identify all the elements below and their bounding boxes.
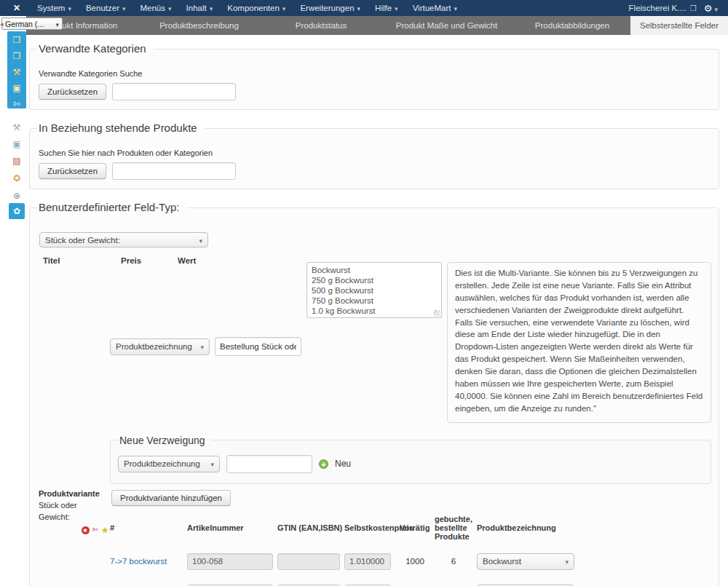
tab-produktabbildungen[interactable]: Produktabbildungen: [514, 16, 630, 35]
menu-hilfe[interactable]: Hilfe: [368, 1, 405, 15]
column-preis: Preis: [121, 256, 178, 265]
chevron-down-icon: [55, 20, 59, 28]
new-branch-add-label[interactable]: Neu: [335, 459, 351, 469]
star-icon[interactable]: ★: [101, 525, 108, 536]
listbox-option[interactable]: 1.0 kg Bockwurst: [312, 306, 437, 316]
related-products-panel: In Beziehung stehende Produkte Suchen Si…: [29, 122, 719, 189]
new-branch-select[interactable]: Produktbezeichnung: [118, 456, 220, 472]
joomla-logo-icon[interactable]: ✕: [0, 3, 31, 13]
image-icon[interactable]: ▣: [9, 137, 25, 151]
new-branch-input[interactable]: [226, 455, 312, 473]
menu-inhalt[interactable]: Inhalt: [180, 1, 220, 15]
listbox-option[interactable]: 750 g Bockwurst: [312, 296, 437, 306]
stock-value: 1000: [400, 557, 430, 566]
related-products-title: In Beziehung stehende Produkte: [37, 122, 205, 135]
menu-system[interactable]: System: [31, 1, 78, 15]
menu-benutzer[interactable]: Benutzer: [79, 1, 132, 15]
navbar-right: Fleischerei K....❐ ⚙: [629, 3, 728, 14]
header-vorraetig: Vorrätig: [400, 523, 430, 532]
tools-icon[interactable]: ⚒: [9, 120, 25, 135]
listbox-option[interactable]: 500 g Bockwurst: [312, 285, 437, 296]
chevron-down-icon: [194, 342, 204, 351]
tab-produkt-masse-gewicht[interactable]: Produkt Maße und Gewicht: [379, 16, 514, 35]
resize-grip-icon[interactable]: [434, 310, 440, 317]
new-branch-title: Neue Verzweigung: [118, 435, 211, 446]
custom-field-title: Benutzerdefinierter Feld-Typ:: [37, 201, 186, 215]
variant-config-row: Produktbezeichnung Bockwurst 250 g Bockw…: [110, 271, 711, 423]
menu-komponenten[interactable]: Komponenten: [221, 1, 292, 15]
custom-field-panel: Benutzerdefinierter Feld-Typ: Stück oder…: [29, 201, 719, 586]
chevron-down-icon: [205, 459, 214, 468]
media-icon[interactable]: ▣: [9, 81, 25, 95]
tab-selbsterstellte-felder[interactable]: Selbsterstellte Felder: [630, 16, 728, 35]
new-branch-panel: Neue Verzweigung Produktbezeichnung + Ne…: [110, 435, 711, 484]
related-products-search-input[interactable]: [112, 162, 236, 180]
header-gebuchte-bestellte: gebuchte, bestellte Produkte: [435, 515, 472, 541]
related-categories-search-input[interactable]: [112, 83, 236, 100]
column-titel: Titel: [43, 256, 121, 265]
custom-field-type-select[interactable]: Stück oder Gewicht:: [39, 232, 208, 248]
variant-link[interactable]: 7->7 bockwurst: [110, 557, 183, 566]
related-categories-panel: Verwandte Kategorien Verwandte Kategorie…: [29, 42, 719, 110]
product-variants-block: Produktvariante Stück oder Gewicht: ✱ ✄ …: [37, 488, 711, 586]
chevron-down-icon: [559, 557, 569, 566]
menu-virtuemart[interactable]: VirtueMart: [406, 1, 464, 15]
header-selbstkostenpreis: Selbstkostenpreis: [344, 523, 395, 532]
config-wrench-icon[interactable]: ⚒: [9, 65, 25, 79]
product-name-select[interactable]: Bockwurst: [477, 553, 574, 570]
header-gtin: GTIN (EAN,ISBN): [277, 523, 340, 532]
menu-menues[interactable]: Menüs: [134, 1, 178, 15]
variants-table-header: # Artikelnummer GTIN (EAN,ISBN) Selbstko…: [110, 513, 711, 542]
related-categories-reset-button[interactable]: Zurücksetzen: [39, 84, 106, 100]
booked-value: 6: [435, 557, 472, 566]
variant-row: 7->30 bockwurst-1 0 0 Bockwurst: [110, 581, 711, 586]
gear-icon: ⚙: [704, 3, 713, 14]
menu-erweiterungen[interactable]: Erweiterungen: [293, 1, 367, 15]
variant-row: 7->7 bockwurst 1000 6 Bockwurst: [110, 550, 711, 574]
globe-icon[interactable]: ⊕: [9, 189, 25, 203]
product-variant-label: Produktvariante Stück oder Gewicht: ✱ ✄ …: [37, 488, 110, 586]
coins-icon[interactable]: ✪: [9, 171, 25, 186]
variant-price-input[interactable]: [215, 337, 301, 356]
cost-price-input[interactable]: [344, 553, 391, 570]
variant-title-select[interactable]: Produktbezeichnung: [110, 338, 210, 355]
scissors-icon[interactable]: ✄: [92, 525, 98, 536]
sku-input[interactable]: [187, 553, 273, 570]
related-products-search-label: Suchen Sie hier nach Produkten oder Kate…: [39, 149, 711, 157]
products-icon[interactable]: ❒: [9, 33, 25, 47]
admin-navbar: ✕ System Benutzer Menüs Inhalt Komponent…: [0, 0, 728, 16]
related-products-reset-button[interactable]: Zurücksetzen: [39, 163, 106, 179]
gtin-input[interactable]: [277, 553, 340, 570]
remove-circle-icon[interactable]: ✱: [82, 526, 90, 534]
site-preview-link[interactable]: Fleischerei K....❐: [629, 4, 697, 12]
custom-fields-icon[interactable]: ✿: [9, 203, 25, 219]
add-plus-icon[interactable]: +: [319, 459, 328, 469]
orders-icon[interactable]: ▤: [9, 154, 25, 168]
column-wert: Wert: [178, 256, 196, 265]
header-artikelnummer: Artikelnummer: [187, 523, 273, 532]
header-produktbezeichnung: Produktbezeichnung: [477, 523, 585, 532]
variant-values-listbox[interactable]: Bockwurst 250 g Bockwurst 500 g Bockwurs…: [306, 262, 442, 318]
tab-produktbeschreibung[interactable]: Produktbeschreibung: [135, 16, 263, 35]
user-settings-menu[interactable]: ⚙: [704, 3, 718, 14]
variant-mini-icons: ✱ ✄ ★: [39, 525, 110, 536]
listbox-option[interactable]: 250 g Bockwurst: [312, 275, 437, 285]
tab-produktstatus[interactable]: Produktstatus: [263, 16, 379, 35]
header-number: #: [110, 523, 183, 532]
categories-icon[interactable]: ❐: [9, 49, 25, 63]
add-product-variant-button[interactable]: Produktvariante hinzufügen: [111, 490, 231, 506]
shopper-tools-icon[interactable]: ✄: [9, 97, 25, 111]
variants-table-area: Produktvariante hinzufügen # Artikelnumm…: [110, 488, 711, 586]
multi-variant-help-text: Dies ist die Multi-Variante. Sie können …: [447, 262, 711, 423]
external-link-icon: ❐: [690, 4, 697, 12]
related-categories-title: Verwandte Kategorien: [37, 42, 154, 56]
related-categories-search-label: Verwandte Kategorien Suche: [39, 69, 711, 78]
product-tabs: Produkt Information Produktbeschreibung …: [26, 16, 728, 35]
navbar-menu: System Benutzer Menüs Inhalt Komponenten…: [31, 1, 464, 15]
language-select[interactable]: German (...: [1, 17, 63, 30]
sidebar-collapse-arrow-icon[interactable]: ◂: [0, 20, 4, 28]
chevron-down-icon: [193, 236, 202, 245]
main-content: Verwandte Kategorien Verwandte Kategorie…: [29, 36, 719, 586]
listbox-option[interactable]: Bockwurst: [312, 265, 437, 275]
